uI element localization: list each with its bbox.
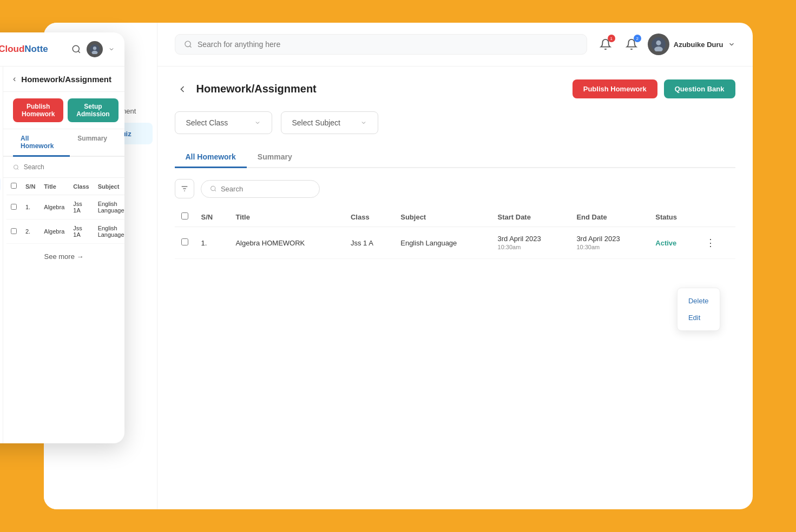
table-row: 1. Algebra HOMEWORK Jss 1 A English Lang…: [175, 227, 735, 259]
table-col-title: Title: [229, 207, 344, 227]
row-status: Active: [649, 227, 697, 259]
top-header: 1 2 Azubuike Duru: [157, 23, 753, 66]
header-actions: Publish Homework Question Bank: [573, 79, 735, 98]
user-name: Azubuike Duru: [674, 41, 723, 49]
mobile-select-all[interactable]: [11, 182, 17, 189]
mobile-avatar: [87, 41, 103, 57]
mobile-card: ☰ CloudNotte ission management sheet tin…: [0, 32, 124, 443]
filters-row: Select Class Select Subject: [175, 111, 735, 134]
select-subject-label: Select Subject: [292, 118, 341, 127]
mobile-logo: CloudNotte: [0, 44, 48, 55]
select-subject-dropdown[interactable]: Select Subject: [281, 111, 378, 134]
table-col-end-date: End Date: [570, 207, 649, 227]
mobile-sidebar-item[interactable]: management: [0, 86, 1, 101]
table-toolbar: [175, 179, 735, 198]
homework-table: S/N Title Class Subject Start Date End D…: [175, 207, 735, 259]
row-subject: English Language: [394, 227, 491, 259]
mobile-table-wrap: S/N Title Class Subject 1. Algebra Jss 1…: [3, 178, 124, 244]
row-class: Jss 1 A: [344, 227, 394, 259]
table-col-start-date: Start Date: [491, 207, 570, 227]
mobile-page-header: ‹ Homework/Assignment: [3, 66, 124, 92]
mobile-search-input[interactable]: [24, 163, 115, 171]
see-more-button[interactable]: See more →: [3, 244, 124, 269]
table-col-subject: Subject: [394, 207, 491, 227]
mobile-search: [3, 157, 124, 178]
mobile-tabs: All Homework Summary: [3, 129, 124, 157]
row-more-cell: ⋮: [697, 227, 735, 259]
mobile-sidebar-item-active[interactable]: rk/Quiz: [0, 177, 1, 192]
mobile-sidebar-item[interactable]: ission: [0, 71, 1, 86]
mobile-header-right: [71, 41, 115, 57]
user-info[interactable]: Azubuike Duru: [648, 34, 735, 55]
search-icon: [13, 164, 19, 171]
mobile-sidebar-item[interactable]: class: [0, 207, 1, 222]
publish-homework-button[interactable]: Publish Homework: [573, 79, 657, 98]
svg-point-2: [656, 41, 661, 45]
svg-point-0: [185, 41, 190, 46]
svg-point-12: [14, 165, 18, 169]
mobile-col-check: [6, 178, 21, 195]
tab-all-homework[interactable]: All Homework: [175, 147, 247, 168]
select-all-checkbox[interactable]: [181, 212, 188, 220]
notification-badge-2[interactable]: 2: [622, 35, 641, 54]
mobile-homework-table: S/N Title Class Subject 1. Algebra Jss 1…: [6, 178, 124, 244]
row-checkbox[interactable]: [181, 238, 188, 245]
mobile-sidebar-item[interactable]: fety pickup: [0, 192, 1, 207]
mobile-row-check-2[interactable]: [11, 228, 17, 235]
mobile-publish-homework-button[interactable]: Publish Homework: [13, 98, 63, 122]
avatar: [648, 34, 669, 55]
table-header-checkbox: [175, 207, 195, 227]
table-search-input[interactable]: [221, 185, 311, 193]
question-bank-button[interactable]: Question Bank: [664, 79, 735, 98]
mobile-sidebar-item[interactable]: notes: [0, 162, 1, 177]
chevron-down-icon: [254, 119, 261, 126]
table-col-sn: S/N: [195, 207, 229, 227]
context-menu-delete[interactable]: Delete: [677, 292, 720, 309]
search-input[interactable]: [198, 40, 578, 49]
page-header: Homework/Assignment Publish Homework Que…: [175, 79, 735, 98]
mobile-row-check-1[interactable]: [11, 203, 17, 210]
mobile-tab-summary[interactable]: Summary: [70, 129, 115, 157]
page-content: Homework/Assignment Publish Homework Que…: [157, 66, 753, 509]
tab-summary[interactable]: Summary: [247, 147, 303, 168]
filter-icon: [180, 184, 189, 193]
mobile-table-row: 1. Algebra Jss 1A English Language: [6, 195, 124, 220]
mobile-col-class: Class: [69, 178, 93, 195]
search-icon-mobile[interactable]: [71, 44, 81, 54]
row-more-button[interactable]: ⋮: [703, 235, 718, 250]
mobile-col-subject: Subject: [94, 178, 124, 195]
svg-point-10: [93, 46, 96, 50]
chevron-down-icon-mobile: [108, 46, 115, 52]
table-col-actions: [697, 207, 735, 227]
mobile-sidebar-item[interactable]: nce: [0, 147, 1, 162]
search-bar[interactable]: [175, 34, 587, 55]
row-end-date: 3rd April 2023 10:30am: [570, 227, 649, 259]
context-menu-edit[interactable]: Edit: [677, 309, 720, 326]
back-button[interactable]: [175, 82, 190, 97]
mobile-tab-all-homework[interactable]: All Homework: [13, 129, 70, 157]
mobile-sidebar-item[interactable]: nication: [0, 131, 1, 147]
mobile-actions: Publish Homework Setup Admission: [3, 92, 124, 129]
select-class-dropdown[interactable]: Select Class: [175, 111, 272, 134]
row-start-date: 3rd April 2023 10:30am: [491, 227, 570, 259]
mobile-col-sn: S/N: [21, 178, 40, 195]
mobile-page-title: Homework/Assignment: [21, 75, 111, 84]
mobile-header: ☰ CloudNotte: [0, 32, 124, 66]
svg-point-8: [73, 45, 79, 52]
mobile-back-button[interactable]: ‹: [13, 74, 16, 84]
table-search[interactable]: [201, 180, 320, 198]
notification-count-1: 1: [608, 35, 615, 42]
mobile-setup-admission-button[interactable]: Setup Admission: [68, 98, 118, 122]
row-sn: 1.: [195, 227, 229, 259]
notification-badge-1[interactable]: 1: [596, 35, 615, 54]
filter-icon-button[interactable]: [175, 179, 194, 198]
row-checkbox-cell: [175, 227, 195, 259]
search-icon: [210, 185, 216, 192]
main-area: 1 2 Azubuike Duru: [157, 23, 753, 509]
context-menu: Delete Edit: [677, 288, 720, 331]
mobile-sidebar-item[interactable]: sheet: [0, 101, 1, 116]
page-title: Homework/Assignment: [196, 83, 317, 95]
mobile-sidebar-item[interactable]: ting: [0, 116, 1, 131]
chevron-down-icon: [728, 41, 735, 48]
table-col-status: Status: [649, 207, 697, 227]
